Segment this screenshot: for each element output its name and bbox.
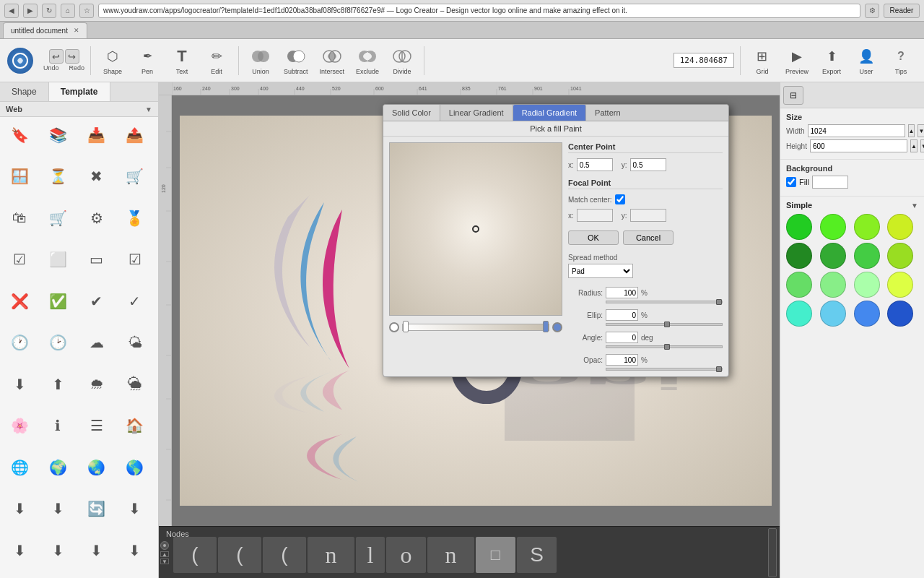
node-shape-7[interactable]: n: [427, 537, 474, 573]
icon-window[interactable]: 🪟: [3, 161, 36, 191]
radius-input[interactable]: [606, 287, 638, 298]
height-down[interactable]: ▼: [920, 139, 924, 152]
swatch-12[interactable]: [786, 301, 812, 327]
match-center-checkbox[interactable]: [615, 194, 625, 204]
nav-bookmark[interactable]: ☆: [79, 4, 94, 18]
swatch-14[interactable]: [854, 301, 880, 327]
stop-handle-left[interactable]: [403, 321, 409, 332]
swatch-7[interactable]: [887, 243, 913, 269]
icon-clock2[interactable]: 🕑: [41, 327, 74, 358]
icon-award[interactable]: 🏅: [118, 203, 152, 233]
icon-checkbox2[interactable]: ☑: [118, 244, 152, 275]
tool-divide[interactable]: Divide: [386, 46, 418, 75]
opac-input[interactable]: [606, 354, 638, 366]
swatch-6[interactable]: [854, 243, 880, 269]
tab-close-button[interactable]: ✕: [74, 27, 79, 34]
tool-text[interactable]: T Text: [166, 46, 198, 75]
sidebar-tab-shape[interactable]: Shape: [0, 82, 49, 101]
icon-cloud-dl3[interactable]: ⬇: [41, 493, 74, 524]
tool-tips[interactable]: ? Tips: [885, 46, 917, 75]
opac-thumb[interactable]: [716, 366, 722, 372]
gradient-center-dot[interactable]: [472, 225, 479, 233]
icon-dl2[interactable]: ⬇: [3, 535, 36, 566]
swatch-15[interactable]: [887, 301, 913, 327]
dialog-tab-pattern[interactable]: Pattern: [586, 105, 629, 121]
swatch-3[interactable]: [887, 214, 913, 240]
reader-button[interactable]: Reader: [884, 4, 920, 18]
icon-rect[interactable]: ▭: [80, 244, 113, 275]
height-input[interactable]: [810, 139, 907, 152]
ok-button[interactable]: OK: [568, 230, 619, 245]
tool-grid[interactable]: ⊞ Grid: [746, 46, 778, 75]
icon-check-circle[interactable]: ✅: [41, 286, 74, 316]
icon-globe[interactable]: 🌐: [3, 452, 36, 483]
swatch-1[interactable]: [820, 214, 846, 240]
angle-input[interactable]: [606, 332, 638, 343]
tool-intersect[interactable]: Intersect: [315, 46, 349, 75]
center-x-input[interactable]: [577, 158, 613, 171]
node-shape-2[interactable]: (: [218, 537, 261, 573]
focal-y-input[interactable]: [630, 209, 666, 222]
icon-gear[interactable]: ⚙: [80, 203, 113, 233]
dialog-tab-solid[interactable]: Solid Color: [383, 105, 440, 121]
icon-cloud-outline[interactable]: 🌤: [118, 327, 152, 358]
gradient-preview[interactable]: [389, 142, 562, 316]
width-up[interactable]: ▲: [908, 124, 915, 137]
icon-books[interactable]: 📚: [41, 120, 74, 150]
icon-cloud-ul2[interactable]: 🌦: [118, 369, 152, 400]
icon-x[interactable]: ❌: [3, 286, 36, 316]
icon-dl-arrow[interactable]: ⬇: [3, 493, 36, 524]
cancel-button[interactable]: Cancel: [623, 230, 674, 245]
spread-select[interactable]: Pad Reflect Repeat: [568, 264, 633, 278]
tool-subtract[interactable]: Subtract: [279, 46, 313, 75]
icon-bag[interactable]: 🛍: [3, 203, 36, 233]
sidebar-tab-template[interactable]: Template: [49, 82, 110, 101]
node-shape-3[interactable]: (: [263, 537, 306, 573]
swatch-13[interactable]: [820, 301, 846, 327]
panel-icon-btn[interactable]: ⊟: [783, 86, 803, 105]
undo-button[interactable]: ↩: [49, 49, 64, 64]
icon-cart[interactable]: 🛒: [118, 161, 152, 191]
icon-dl3[interactable]: ⬇: [41, 535, 74, 566]
node-shape-4[interactable]: n: [308, 537, 354, 573]
icon-globe3[interactable]: 🌏: [80, 452, 113, 483]
fill-checkbox[interactable]: [786, 177, 796, 187]
node-shape-6[interactable]: o: [386, 537, 426, 573]
node-shape-5[interactable]: l: [356, 537, 385, 573]
nav-back[interactable]: ◀: [4, 4, 19, 18]
focal-x-input[interactable]: [577, 209, 613, 222]
tool-exclude[interactable]: Exclude: [352, 46, 383, 75]
swatch-2[interactable]: [854, 214, 880, 240]
node-circle[interactable]: [160, 541, 169, 550]
redo-button[interactable]: ↪: [65, 49, 79, 64]
icon-checkmark[interactable]: ✓: [118, 286, 152, 316]
icon-cloud-dl2[interactable]: 🌧: [80, 369, 113, 400]
browser-tab[interactable]: untitled document ✕: [3, 22, 87, 38]
nav-refresh[interactable]: ↻: [42, 4, 56, 18]
bottom-scrollbar[interactable]: [768, 528, 777, 577]
nav-forward[interactable]: ▶: [23, 4, 38, 18]
dialog-tab-linear[interactable]: Linear Gradient: [440, 105, 513, 121]
swatch-4[interactable]: [786, 243, 812, 269]
swatch-11[interactable]: [887, 272, 913, 298]
ellip-track[interactable]: [606, 323, 723, 326]
width-down[interactable]: ▼: [918, 124, 924, 137]
icon-cloud[interactable]: ☁: [80, 327, 113, 358]
nav-settings[interactable]: ⚙: [865, 4, 879, 18]
icon-upload[interactable]: 📤: [118, 120, 152, 150]
icon-check[interactable]: ✔: [80, 286, 113, 316]
tool-pen[interactable]: ✒ Pen: [131, 46, 163, 75]
node-collapse[interactable]: ▼: [160, 558, 169, 564]
swatch-8[interactable]: [786, 272, 812, 298]
stop-track[interactable]: [402, 324, 549, 331]
icon-close[interactable]: ✖: [80, 161, 113, 191]
height-up[interactable]: ▲: [910, 139, 918, 152]
icon-clock[interactable]: 🕐: [3, 327, 36, 358]
icon-checkbox[interactable]: ☑: [3, 244, 36, 275]
tool-user[interactable]: 👤 User: [850, 46, 882, 75]
icon-home[interactable]: 🏠: [118, 410, 152, 441]
tool-export[interactable]: ⬆ Export: [816, 46, 847, 75]
icon-list[interactable]: ☰: [80, 410, 113, 441]
color-stop-white[interactable]: [389, 322, 399, 332]
icon-dl4[interactable]: ⬇: [80, 535, 113, 566]
